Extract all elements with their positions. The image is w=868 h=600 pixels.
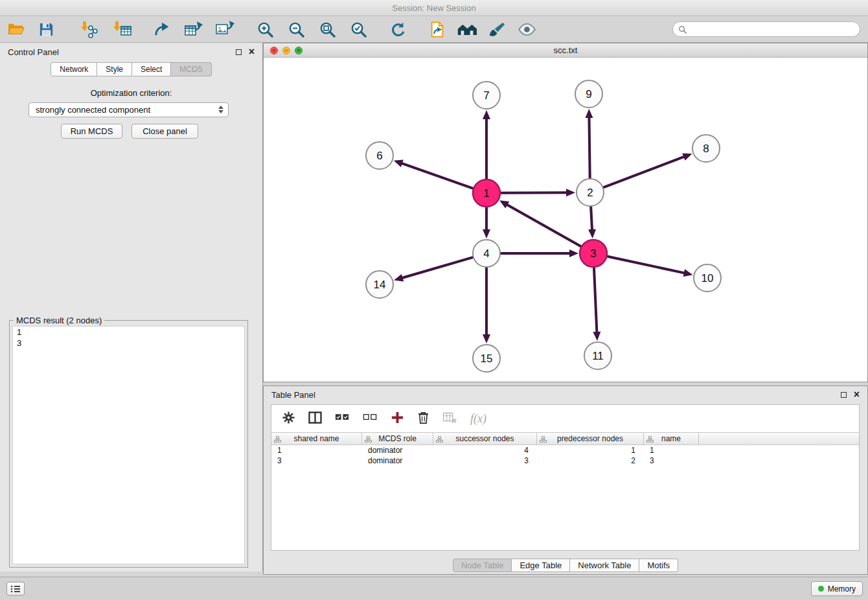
show-panel-button[interactable]: [6, 582, 25, 595]
show-columns-button[interactable]: [308, 411, 322, 426]
close-table-panel-button[interactable]: ×: [854, 391, 860, 398]
table-cell[interactable]: 1: [271, 445, 362, 456]
edge-arrowhead: [483, 334, 490, 343]
close-window-button[interactable]: ×: [270, 47, 278, 54]
network-canvas[interactable]: 7968124314101511: [264, 58, 867, 382]
graph-node-label: 1: [483, 187, 489, 200]
table-cell[interactable]: 3: [644, 456, 699, 466]
tab-network-table[interactable]: Network Table: [570, 559, 639, 572]
graph-edge-3-11[interactable]: [594, 267, 597, 333]
tab-mcds[interactable]: MCDS: [171, 62, 211, 76]
apply-style-button[interactable]: [486, 18, 508, 40]
graph-edge-3-1[interactable]: [506, 204, 581, 247]
graph-edge-2-9[interactable]: [589, 117, 589, 179]
mcds-result-list[interactable]: 13: [12, 326, 245, 564]
first-neighbors-button[interactable]: [456, 18, 478, 40]
network-graph[interactable]: 7968124314101511: [264, 58, 868, 383]
result-item[interactable]: 1: [13, 327, 244, 338]
column-header-name[interactable]: name: [644, 433, 699, 444]
control-panel: Control Panel × NetworkStyleSelectMCDS O…: [0, 43, 263, 571]
memory-status-icon: [818, 586, 824, 592]
edge-arrowhead: [394, 274, 404, 282]
float-table-panel-button[interactable]: [841, 392, 847, 398]
sort-icon: [540, 436, 547, 443]
tab-node-table[interactable]: Node Table: [453, 559, 512, 572]
table-cell[interactable]: dominator: [362, 445, 433, 456]
import-table-button[interactable]: [111, 18, 133, 40]
graph-edge-1-2[interactable]: [500, 192, 567, 193]
table-cell[interactable]: 4: [433, 445, 537, 456]
column-header-shared-name[interactable]: shared name: [271, 433, 362, 444]
column-header-successor-nodes[interactable]: successor nodes: [433, 433, 537, 444]
zoom-out-button[interactable]: [285, 18, 307, 40]
delete-table-button[interactable]: [442, 411, 457, 426]
traffic-lights: × − +: [270, 47, 303, 54]
import-network-button[interactable]: [79, 18, 101, 40]
open-session-button[interactable]: [5, 18, 27, 40]
table-cell[interactable]: dominator: [362, 456, 433, 466]
function-builder-button[interactable]: f(x): [470, 412, 486, 426]
zoom-selected-button[interactable]: [347, 18, 369, 40]
control-panel-title: Control Panel: [8, 47, 59, 57]
result-item[interactable]: 3: [13, 338, 244, 349]
export-image-button[interactable]: [214, 18, 236, 40]
search-input[interactable]: [690, 25, 854, 34]
column-header-MCDS-role[interactable]: MCDS role: [362, 433, 433, 444]
select-all-button[interactable]: [335, 412, 350, 425]
save-session-button[interactable]: [35, 18, 57, 40]
table-row[interactable]: 1dominator411: [271, 445, 859, 456]
node-table-area: f(x) shared nameMCDS rolesuccessor nodes…: [271, 404, 860, 551]
close-panel-button[interactable]: ×: [249, 48, 255, 56]
column-header-label: shared name: [293, 434, 339, 443]
memory-button[interactable]: Memory: [811, 581, 863, 596]
table-options-button[interactable]: [282, 411, 295, 427]
open-folder-icon: [7, 21, 25, 37]
optimization-criterion-dropdown[interactable]: strongly connected component: [29, 102, 229, 117]
import-network-icon: [80, 20, 100, 38]
tab-style[interactable]: Style: [97, 62, 132, 76]
zoom-in-button[interactable]: [254, 18, 276, 40]
table-cell[interactable]: 3: [271, 456, 362, 466]
window-titlebar[interactable]: Session: New Session: [0, 0, 868, 16]
column-header-predecessor-nodes[interactable]: predecessor nodes: [537, 433, 644, 444]
status-bar: Memory: [0, 577, 868, 600]
tab-network[interactable]: Network: [51, 62, 97, 76]
graph-edge-4-14[interactable]: [402, 257, 474, 278]
graph-node-label: 10: [702, 272, 714, 284]
minimize-window-button[interactable]: −: [282, 47, 290, 54]
tab-edge-table[interactable]: Edge Table: [512, 559, 570, 572]
add-column-button[interactable]: [391, 411, 404, 427]
zoom-fit-button[interactable]: [316, 18, 338, 40]
network-from-selection-button[interactable]: [426, 18, 448, 40]
graph-edge-2-3[interactable]: [591, 206, 592, 231]
search-box[interactable]: [672, 21, 860, 37]
graph-node-label: 4: [483, 248, 489, 260]
zoom-window-button[interactable]: +: [295, 47, 303, 54]
graph-node-label: 7: [483, 89, 489, 102]
graph-edge-1-6[interactable]: [401, 163, 474, 189]
export-table-button[interactable]: [183, 18, 205, 40]
control-panel-header: Control Panel ×: [0, 43, 262, 61]
graph-edge-2-8[interactable]: [603, 156, 685, 187]
edge-arrowhead: [566, 189, 575, 196]
close-panel-button-mcds[interactable]: Close panel: [131, 124, 198, 139]
network-window-titlebar[interactable]: × − + scc.txt: [264, 43, 867, 58]
show-graphics-details-button[interactable]: [516, 18, 538, 40]
float-panel-button[interactable]: [236, 49, 242, 55]
table-cell[interactable]: 3: [433, 456, 537, 466]
table-cell[interactable]: 1: [537, 445, 644, 456]
apply-layout-button[interactable]: [387, 18, 409, 40]
zoom-selected-icon: [350, 21, 367, 38]
sort-icon: [274, 436, 281, 443]
table-row[interactable]: 3dominator323: [271, 456, 859, 466]
tab-select[interactable]: Select: [132, 62, 171, 76]
table-cell[interactable]: 1: [644, 445, 699, 456]
graph-edge-3-10[interactable]: [607, 256, 685, 273]
export-network-button[interactable]: [152, 18, 174, 40]
graph-node-label: 8: [703, 143, 709, 155]
tab-motifs[interactable]: Motifs: [639, 559, 678, 572]
run-mcds-button[interactable]: Run MCDS: [61, 124, 122, 139]
delete-column-button[interactable]: [417, 411, 429, 427]
deselect-all-button[interactable]: [363, 412, 378, 425]
table-cell[interactable]: 2: [537, 456, 644, 466]
